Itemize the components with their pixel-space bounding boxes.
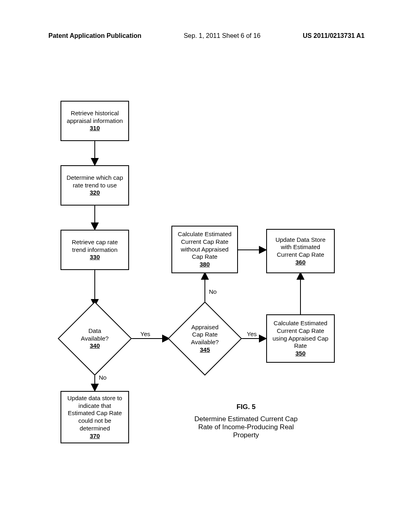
step-370-update-not-determined: Update data store to indicate that Estim… — [60, 391, 129, 443]
decision-text: Data — [88, 327, 101, 335]
step-text: without Appraised — [175, 246, 235, 254]
decision-text: Cap Rate — [192, 331, 217, 339]
step-ref: 360 — [269, 259, 332, 266]
step-ref: 320 — [64, 189, 126, 197]
header-publication-type: Patent Application Publication — [48, 32, 142, 39]
step-ref: 310 — [64, 125, 126, 132]
step-text: using Appraised Cap — [269, 335, 332, 343]
figure-caption-line: Determine Estimated Current Cap — [181, 415, 311, 423]
step-text: Retrieve historical — [64, 110, 126, 117]
decision-340-data-available: Data Available? 340 — [58, 306, 131, 371]
step-text: appraisal information — [64, 117, 126, 125]
step-text: with Estimated — [269, 243, 332, 251]
step-text: Current Cap Rate — [175, 238, 235, 246]
edge-label-no-345: No — [209, 288, 217, 295]
header-publication-number: US 2011/0213731 A1 — [303, 32, 365, 39]
decision-text: Available? — [81, 335, 109, 343]
step-text: determined — [64, 425, 126, 432]
step-320-determine-cap-rate-trend: Determine which cap rate trend to use 32… — [60, 165, 129, 206]
step-360-update-data-store: Update Data Store with Estimated Current… — [266, 229, 335, 273]
step-text: could not be — [64, 417, 126, 425]
step-380-calc-without-appraised: Calculate Estimated Current Cap Rate wit… — [171, 226, 238, 273]
step-text: Cap Rate — [175, 253, 235, 261]
diamond-label: Data Available? 340 — [58, 306, 131, 371]
decision-text: Available? — [191, 339, 219, 346]
step-text: Rate — [269, 342, 332, 350]
figure-caption-line: Rate of Income-Producing Real — [181, 423, 311, 431]
step-350-calc-using-appraised: Calculate Estimated Current Cap Rate usi… — [266, 314, 335, 363]
step-text: Current Cap Rate — [269, 251, 332, 259]
edge-label-yes-345: Yes — [247, 330, 257, 337]
step-text: indicate that — [64, 402, 126, 410]
step-ref: 350 — [269, 350, 332, 357]
figure-number: FIG. 5 — [181, 403, 311, 411]
figure-caption-line: Property — [181, 431, 311, 439]
step-text: Retrieve cap rate — [64, 239, 126, 246]
step-text: Update data store to — [64, 395, 126, 402]
step-text: Estimated Cap Rate — [64, 409, 126, 417]
decision-text: Appraised — [191, 324, 219, 331]
header-date-sheet: Sep. 1, 2011 Sheet 6 of 16 — [184, 32, 260, 39]
edge-label-yes-340: Yes — [140, 330, 150, 337]
step-text: Calculate Estimated — [269, 320, 332, 327]
step-text: Determine which cap — [64, 174, 126, 182]
decision-ref: 340 — [90, 342, 100, 350]
decision-345-appraised-cap-rate-available: Appraised Cap Rate Available? 345 — [169, 306, 241, 371]
flowchart-canvas: Retrieve historical appraisal informatio… — [48, 101, 355, 484]
step-text: trend information — [64, 246, 126, 254]
edge-label-no-340: No — [99, 374, 106, 381]
step-ref: 370 — [64, 432, 126, 440]
step-ref: 380 — [175, 261, 235, 268]
figure-label: FIG. 5 Determine Estimated Current Cap R… — [181, 403, 311, 439]
step-310-retrieve-historical-appraisal: Retrieve historical appraisal informatio… — [60, 101, 129, 141]
decision-ref: 345 — [200, 346, 210, 354]
step-text: Calculate Estimated — [175, 231, 235, 238]
step-330-retrieve-cap-rate-trend-info: Retrieve cap rate trend information 330 — [60, 230, 129, 270]
step-ref: 330 — [64, 254, 126, 261]
diamond-label: Appraised Cap Rate Available? 345 — [169, 306, 241, 371]
step-text: Update Data Store — [269, 236, 332, 244]
step-text: rate trend to use — [64, 182, 126, 189]
page: Patent Application Publication Sep. 1, 2… — [0, 0, 413, 532]
step-text: Current Cap Rate — [269, 327, 332, 335]
page-header: Patent Application Publication Sep. 1, 2… — [0, 32, 413, 39]
